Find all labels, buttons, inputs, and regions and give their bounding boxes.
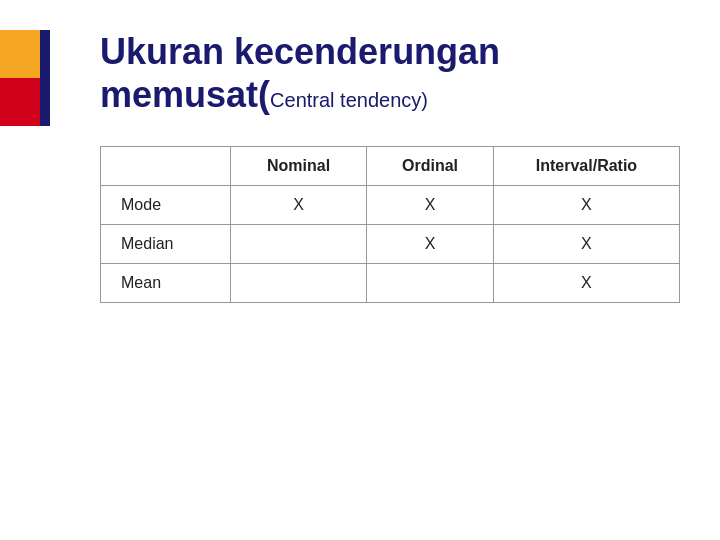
header-empty <box>101 147 231 186</box>
deco-red-block <box>0 78 40 126</box>
row-median-interval: X <box>493 225 679 264</box>
row-mean-interval: X <box>493 264 679 303</box>
header-ordinal: Ordinal <box>367 147 494 186</box>
row-median-label: Median <box>101 225 231 264</box>
table-row-mode: Mode X X X <box>101 186 680 225</box>
row-mean-ordinal <box>367 264 494 303</box>
title-section: Ukuran kecenderungan memusat(Central ten… <box>100 30 680 116</box>
row-median-ordinal: X <box>367 225 494 264</box>
row-median-nominal <box>231 225 367 264</box>
page-title-line1: Ukuran kecenderungan <box>100 30 680 73</box>
header-nominal: Nominal <box>231 147 367 186</box>
row-mean-label: Mean <box>101 264 231 303</box>
page-container: Ukuran kecenderungan memusat(Central ten… <box>0 0 720 540</box>
row-mean-nominal <box>231 264 367 303</box>
row-mode-nominal: X <box>231 186 367 225</box>
central-tendency-table: Nominal Ordinal Interval/Ratio Mode X X … <box>100 146 680 303</box>
deco-left <box>0 30 40 126</box>
row-mode-label: Mode <box>101 186 231 225</box>
deco-dark-line <box>40 30 50 126</box>
table-row-median: Median X X <box>101 225 680 264</box>
table-header-row: Nominal Ordinal Interval/Ratio <box>101 147 680 186</box>
table-row-mean: Mean X <box>101 264 680 303</box>
table-container: Nominal Ordinal Interval/Ratio Mode X X … <box>100 146 680 303</box>
page-title-line2: memusat(Central tendency) <box>100 73 680 116</box>
title-main-text: memusat( <box>100 74 270 115</box>
deco-orange-block <box>0 30 40 78</box>
row-mode-ordinal: X <box>367 186 494 225</box>
title-sub-text: Central tendency) <box>270 89 428 111</box>
header-interval: Interval/Ratio <box>493 147 679 186</box>
row-mode-interval: X <box>493 186 679 225</box>
